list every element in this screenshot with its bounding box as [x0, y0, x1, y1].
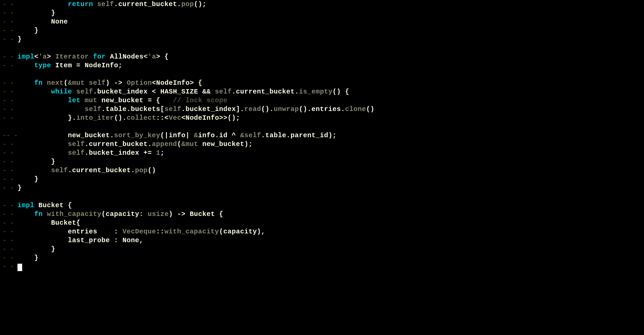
token-punct: .	[110, 132, 114, 139]
gutter-mark: - -	[3, 17, 14, 26]
token-kw: for	[93, 53, 106, 61]
code-line[interactable]: }	[17, 184, 375, 192]
gutter-mark: - -	[3, 157, 14, 166]
token-dim: append	[152, 140, 177, 148]
token-punct: <	[34, 53, 39, 61]
token-ident: table	[265, 132, 287, 139]
token-dim: self	[85, 105, 101, 113]
code-line[interactable]: return self.current_bucket.pop();	[17, 0, 375, 9]
token-dim: &self	[240, 132, 261, 139]
code-line[interactable]: while self.bucket_index < HASH_SIZE && s…	[17, 87, 375, 96]
code-line[interactable]: type Item = NodeInfo;	[17, 61, 375, 70]
code-line[interactable]: Bucket{	[17, 219, 375, 227]
code-line[interactable]	[17, 70, 375, 79]
code-line[interactable]	[17, 262, 375, 271]
code-line[interactable]: let mut new_bucket = { // lock scope	[17, 96, 375, 105]
code-line[interactable]: self.current_bucket.pop()	[17, 166, 375, 175]
token-punct	[81, 97, 85, 104]
token-punct: (	[64, 79, 68, 87]
gutter-mark: - -	[3, 254, 14, 262]
token-punct: ;	[160, 149, 165, 157]
token-none: None	[51, 18, 68, 26]
token-dim: sort_by_key	[114, 132, 161, 139]
gutter-mark: - -	[3, 96, 14, 105]
token-ident: HASH_SIZE	[160, 88, 198, 96]
token-punct: .	[85, 149, 89, 157]
code-line[interactable]: }	[17, 245, 375, 254]
code-line[interactable]: self.table.buckets[self.bucket_index].re…	[17, 105, 375, 114]
token-punct: }	[17, 184, 22, 192]
code-area[interactable]: return self.current_bucket.pop(); } None…	[17, 0, 375, 271]
gutter-mark: - -	[3, 105, 14, 114]
gutter-mark: - -	[3, 245, 14, 254]
token-dim: Option	[127, 79, 152, 87]
token-punct: ),	[257, 228, 265, 235]
token-punct: (	[219, 228, 223, 235]
token-ident: bucket_index	[97, 88, 148, 96]
token-kw: impl	[17, 201, 34, 209]
code-line[interactable]: last_probe : None,	[17, 236, 375, 245]
token-ident: entries	[68, 228, 97, 235]
token-dim: self	[76, 88, 93, 96]
gutter-mark: - -	[3, 227, 14, 236]
code-line[interactable]: }	[17, 9, 375, 17]
gutter-mark: - -	[3, 79, 14, 87]
code-line[interactable]: None	[17, 17, 375, 26]
gutter-mark: - -	[3, 9, 14, 17]
code-line[interactable]: impl<'a> Iterator for AllNodes<'a> {	[17, 52, 375, 61]
text-cursor	[17, 264, 22, 271]
code-line[interactable]: }.into_iter().collect::<Vec<NodeInfo>>()…	[17, 114, 375, 122]
token-ident: bucket_index	[89, 149, 139, 157]
code-line[interactable]	[17, 44, 375, 52]
token-ident: last_probe	[68, 236, 110, 244]
code-line[interactable]	[17, 122, 375, 131]
gutter-mark: - -	[3, 236, 14, 245]
token-punct	[198, 140, 203, 148]
code-line[interactable]: new_bucket.sort_by_key(|info| &info.id ^…	[17, 131, 375, 140]
token-punct: }	[17, 35, 22, 43]
gutter-mark: - -	[3, 26, 14, 35]
token-punct: =	[72, 62, 85, 69]
token-punct: ].	[236, 105, 244, 113]
token-kw: while	[51, 88, 72, 96]
token-ident: AllNodes	[110, 53, 143, 61]
token-dim: collect	[127, 114, 156, 122]
token-punct	[97, 97, 102, 104]
token-punct: ()	[366, 105, 375, 113]
code-line[interactable]: }	[17, 254, 375, 262]
token-dim: 'a	[148, 53, 156, 61]
token-punct: }	[51, 245, 55, 253]
token-punct: }	[51, 9, 55, 17]
code-line[interactable]	[17, 192, 375, 201]
token-punct: |	[185, 132, 194, 139]
token-type: NodeInfo	[185, 114, 219, 122]
token-punct: > {	[156, 53, 169, 61]
gutter-mark: - -	[3, 140, 14, 149]
token-punct	[43, 210, 47, 218]
token-punct: }	[34, 175, 39, 183]
token-punct: }	[34, 27, 39, 34]
token-ident: Bucket	[39, 201, 64, 209]
token-punct	[34, 201, 39, 209]
token-comment: // lock scope	[173, 97, 228, 104]
code-line[interactable]: impl Bucket {	[17, 201, 375, 210]
gutter-mark: - -	[3, 149, 14, 157]
code-line[interactable]: }	[17, 26, 375, 35]
code-line[interactable]: }	[17, 35, 375, 44]
code-line[interactable]: self.current_bucket.append(&mut new_buck…	[17, 140, 375, 149]
token-kw: type	[34, 62, 51, 69]
token-dim: self	[165, 105, 181, 113]
code-line[interactable]: }	[17, 157, 375, 166]
token-ident: new_bucket	[202, 140, 244, 148]
token-punct: }	[34, 254, 39, 262]
code-line[interactable]: entries : VecDeque::with_capacity(capaci…	[17, 227, 375, 236]
token-punct: >>();	[219, 114, 240, 122]
token-ident: entries	[311, 105, 341, 113]
code-line[interactable]: fn next(&mut self) -> Option<NodeInfo> {	[17, 79, 375, 87]
code-line[interactable]: self.bucket_index += 1;	[17, 149, 375, 157]
code-line[interactable]: }	[17, 175, 375, 184]
token-kw: return	[68, 0, 93, 8]
code-line[interactable]: fn with_capacity(capacity: usize) -> Buc…	[17, 210, 375, 219]
token-punct: {	[215, 210, 223, 218]
token-punct: .	[68, 166, 72, 174]
